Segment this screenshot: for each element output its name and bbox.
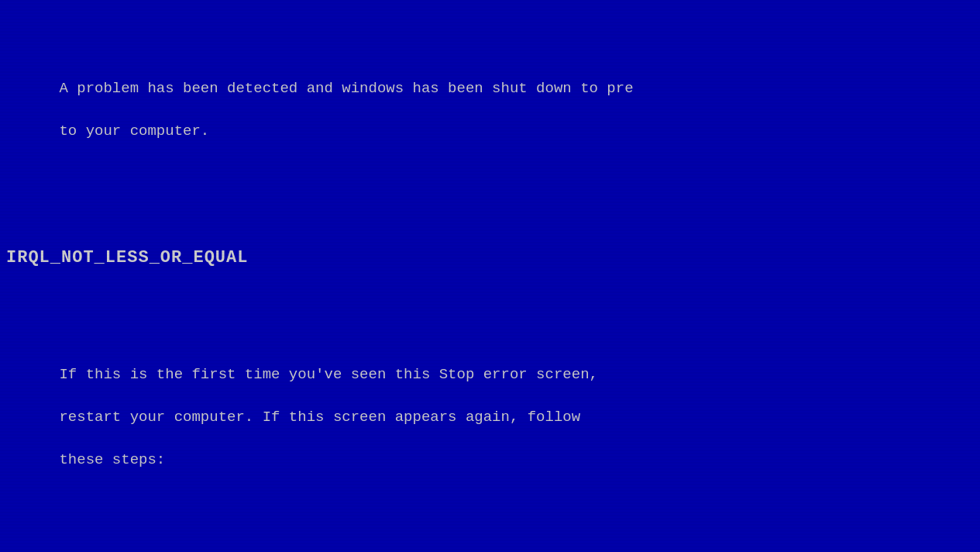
stop-code: IRQL_NOT_LESS_OR_EQUAL	[6, 246, 974, 271]
intro-line1: A problem has been detected and windows …	[59, 80, 633, 97]
paragraph1: If this is the first time you've seen th…	[6, 343, 974, 492]
p1-line2: restart your computer. If this screen ap…	[59, 409, 580, 426]
bsod-screen: A problem has been detected and windows …	[0, 0, 980, 552]
intro-line2: to your computer.	[59, 122, 209, 140]
p1-line1: If this is the first time you've seen th…	[59, 366, 598, 383]
p1-line3: these steps:	[59, 451, 165, 468]
bsod-content: A problem has been detected and windows …	[6, 14, 974, 552]
intro-section: A problem has been detected and windows …	[6, 57, 974, 164]
